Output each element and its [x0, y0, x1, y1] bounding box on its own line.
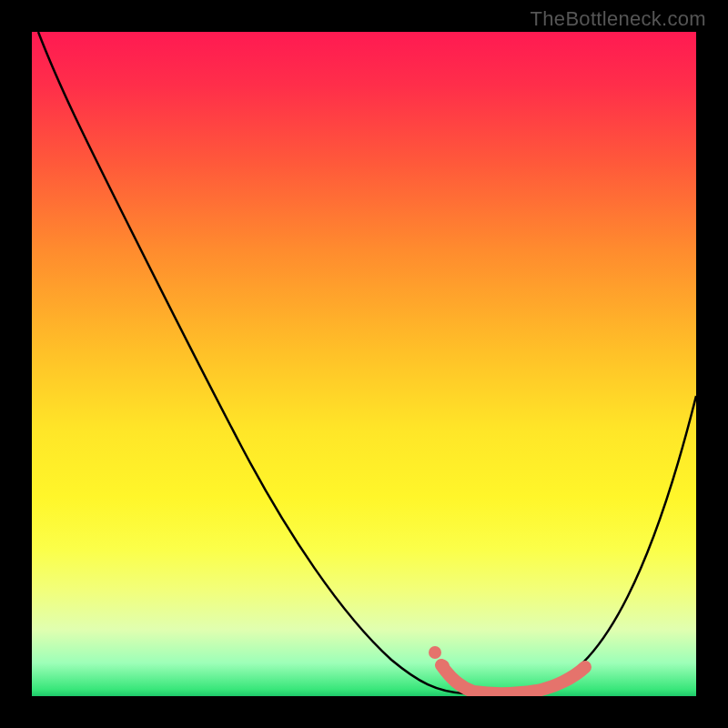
plot-area	[32, 32, 696, 696]
highlight-dot-2	[437, 660, 450, 672]
highlight-segment	[441, 665, 585, 693]
highlight-dot-1	[429, 646, 441, 659]
chart-frame: TheBottleneck.com	[0, 0, 728, 728]
watermark-text: TheBottleneck.com	[531, 7, 706, 31]
curve-layer	[32, 32, 696, 696]
bottleneck-curve	[38, 32, 696, 693]
